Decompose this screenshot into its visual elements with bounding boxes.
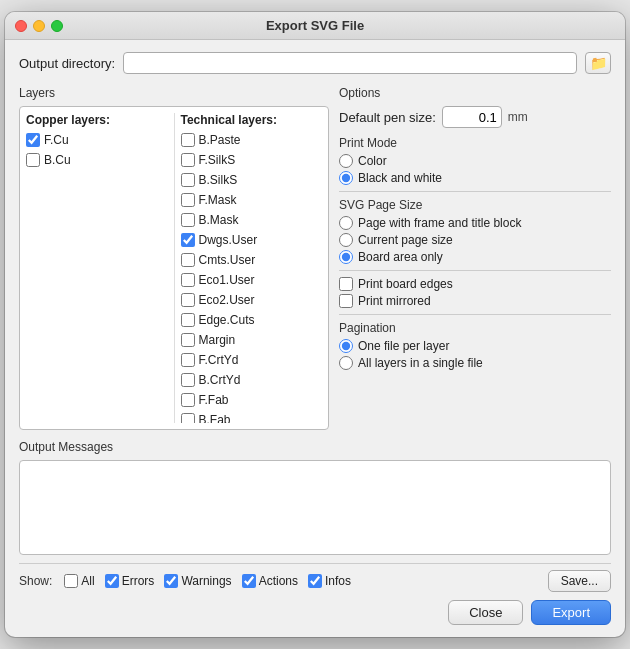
dwgs-checkbox[interactable]: [181, 233, 195, 247]
show-warnings-checkbox[interactable]: [164, 574, 178, 588]
layers-inner: Copper layers: F.Cu B.Cu Technical layer…: [19, 106, 329, 430]
list-item: B.Paste: [181, 131, 323, 149]
page-frame-radio[interactable]: [339, 216, 353, 230]
output-messages-box[interactable]: [19, 460, 611, 555]
list-item: F.SilkS: [181, 151, 323, 169]
one-file-label: One file per layer: [358, 339, 449, 353]
save-button[interactable]: Save...: [548, 570, 611, 592]
current-page-radio[interactable]: [339, 233, 353, 247]
bottom-bar: Show: All Errors Warnings Actions Infos: [19, 563, 611, 592]
fcu-checkbox[interactable]: [26, 133, 40, 147]
bfab-label: B.Fab: [199, 413, 231, 423]
bsilks-label: B.SilkS: [199, 173, 238, 187]
print-mirrored-checkbox[interactable]: [339, 294, 353, 308]
show-all-item: All: [64, 574, 94, 588]
show-warnings-label: Warnings: [181, 574, 231, 588]
bmask-label: B.Mask: [199, 213, 239, 227]
radio-all-layers: All layers in a single file: [339, 356, 611, 370]
eco2-checkbox[interactable]: [181, 293, 195, 307]
pen-size-label: Default pen size:: [339, 110, 436, 125]
print-board-edges-item: Print board edges: [339, 277, 611, 291]
fsilks-label: F.SilkS: [199, 153, 236, 167]
pen-size-unit: mm: [508, 110, 528, 124]
close-icon[interactable]: [15, 20, 27, 32]
list-item: Margin: [181, 331, 323, 349]
bcu-checkbox[interactable]: [26, 153, 40, 167]
minimize-icon[interactable]: [33, 20, 45, 32]
list-item: F.Cu: [26, 131, 168, 149]
svg-page-size-label: SVG Page Size: [339, 198, 611, 212]
all-layers-radio[interactable]: [339, 356, 353, 370]
copper-header: Copper layers:: [26, 113, 168, 127]
bw-radio[interactable]: [339, 171, 353, 185]
edgecuts-checkbox[interactable]: [181, 313, 195, 327]
one-file-radio[interactable]: [339, 339, 353, 353]
print-mode-label: Print Mode: [339, 136, 611, 150]
fsilks-checkbox[interactable]: [181, 153, 195, 167]
cmts-checkbox[interactable]: [181, 253, 195, 267]
bcrtyd-label: B.CrtYd: [199, 373, 241, 387]
radio-board-area: Board area only: [339, 250, 611, 264]
radio-one-file: One file per layer: [339, 339, 611, 353]
list-item: B.SilkS: [181, 171, 323, 189]
pagination-label: Pagination: [339, 321, 611, 335]
bfab-checkbox[interactable]: [181, 413, 195, 423]
list-item: F.Fab: [181, 391, 323, 409]
layers-panel: Layers Copper layers: F.Cu B.Cu: [19, 86, 329, 430]
show-errors-checkbox[interactable]: [105, 574, 119, 588]
show-warnings-item: Warnings: [164, 574, 231, 588]
show-actions-item: Actions: [242, 574, 298, 588]
list-item: Edge.Cuts: [181, 311, 323, 329]
list-item: B.Fab: [181, 411, 323, 423]
options-section-title: Options: [339, 86, 611, 100]
list-item: Cmts.User: [181, 251, 323, 269]
bsilks-checkbox[interactable]: [181, 173, 195, 187]
show-actions-checkbox[interactable]: [242, 574, 256, 588]
bcrtyd-checkbox[interactable]: [181, 373, 195, 387]
technical-col: Technical layers: B.Paste F.SilkS B.Silk…: [174, 113, 323, 423]
bpaste-checkbox[interactable]: [181, 133, 195, 147]
fcu-label: F.Cu: [44, 133, 69, 147]
divider2: [339, 270, 611, 271]
pen-size-row: Default pen size: mm: [339, 106, 611, 128]
show-actions-label: Actions: [259, 574, 298, 588]
board-area-radio[interactable]: [339, 250, 353, 264]
current-page-label: Current page size: [358, 233, 453, 247]
divider1: [339, 191, 611, 192]
fmask-checkbox[interactable]: [181, 193, 195, 207]
show-all-checkbox[interactable]: [64, 574, 78, 588]
radio-page-frame: Page with frame and title block: [339, 216, 611, 230]
show-infos-label: Infos: [325, 574, 351, 588]
export-button[interactable]: Export: [531, 600, 611, 625]
bcu-label: B.Cu: [44, 153, 71, 167]
radio-color: Color: [339, 154, 611, 168]
radio-current-page: Current page size: [339, 233, 611, 247]
radio-bw: Black and white: [339, 171, 611, 185]
list-item: Eco2.User: [181, 291, 323, 309]
show-label: Show:: [19, 574, 52, 588]
layers-section-title: Layers: [19, 86, 329, 100]
color-radio[interactable]: [339, 154, 353, 168]
eco1-checkbox[interactable]: [181, 273, 195, 287]
eco2-label: Eco2.User: [199, 293, 255, 307]
options-panel: Options Default pen size: mm Print Mode …: [339, 86, 611, 430]
fcrtyd-checkbox[interactable]: [181, 353, 195, 367]
browse-folder-button[interactable]: 📁: [585, 52, 611, 74]
ffab-checkbox[interactable]: [181, 393, 195, 407]
list-item: Eco1.User: [181, 271, 323, 289]
close-button[interactable]: Close: [448, 600, 523, 625]
print-board-edges-checkbox[interactable]: [339, 277, 353, 291]
margin-checkbox[interactable]: [181, 333, 195, 347]
ffab-label: F.Fab: [199, 393, 229, 407]
main-panels: Layers Copper layers: F.Cu B.Cu: [19, 86, 611, 430]
output-dir-input[interactable]: [123, 52, 577, 74]
bmask-checkbox[interactable]: [181, 213, 195, 227]
action-buttons: Close Export: [19, 600, 611, 625]
maximize-icon[interactable]: [51, 20, 63, 32]
show-infos-checkbox[interactable]: [308, 574, 322, 588]
show-infos-item: Infos: [308, 574, 351, 588]
output-messages-section: Output Messages: [19, 440, 611, 555]
pen-size-input[interactable]: [442, 106, 502, 128]
show-errors-item: Errors: [105, 574, 155, 588]
divider3: [339, 314, 611, 315]
